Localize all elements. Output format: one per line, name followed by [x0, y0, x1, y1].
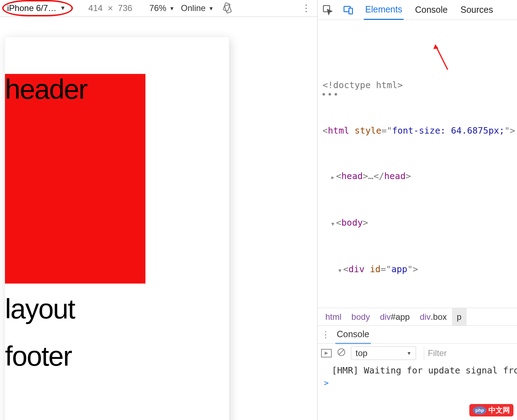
- collapse-icon[interactable]: [330, 217, 336, 230]
- console-prompt[interactable]: >: [318, 376, 517, 390]
- svg-rect-4: [349, 8, 352, 14]
- inspect-element-icon[interactable]: [323, 5, 333, 15]
- console-filter-input[interactable]: Filter: [424, 346, 517, 360]
- elements-tree[interactable]: <!doctype html> <html style="font-size: …: [318, 20, 517, 308]
- more-options-icon[interactable]: ⋮: [297, 3, 315, 14]
- devtools-tabs: Elements Console Sources: [318, 0, 517, 20]
- zoom-select[interactable]: 76%: [149, 3, 175, 13]
- elements-breadcrumbs: html body div#app div.box p: [318, 308, 517, 325]
- dimension-multiply-icon: ×: [108, 3, 113, 14]
- collapse-icon[interactable]: [337, 264, 343, 276]
- page-header-box: header: [5, 74, 145, 284]
- devtools-pane: Elements Console Sources <!doctype html>…: [318, 0, 517, 420]
- page-header-text: header: [5, 74, 145, 103]
- svg-rect-0: [223, 2, 230, 11]
- throttle-value: Online: [181, 3, 206, 13]
- chevron-down-icon: [406, 350, 411, 356]
- console-context-select[interactable]: top: [351, 346, 416, 360]
- breadcrumb-div-box[interactable]: div.box: [415, 308, 452, 325]
- tree-attr-id-value: app: [391, 264, 407, 275]
- console-context-value: top: [356, 348, 367, 358]
- drawer-tab-console[interactable]: Console: [335, 329, 371, 344]
- tree-div-app[interactable]: div: [348, 264, 364, 275]
- chevron-down-icon: [208, 5, 214, 11]
- tree-body-tag[interactable]: body: [341, 217, 363, 228]
- zoom-value: 76%: [149, 3, 166, 13]
- page-layout-text: layout: [5, 293, 229, 325]
- live-expression-icon[interactable]: [321, 349, 332, 357]
- svg-marker-7: [325, 351, 328, 355]
- watermark-badge: php 中文网: [469, 404, 513, 416]
- tree-attr-style: style: [355, 125, 381, 136]
- page-footer-text: footer: [5, 340, 229, 372]
- svg-line-9: [339, 349, 344, 355]
- drawer-tabs: ⋮ Console: [318, 325, 517, 343]
- selected-row-ellipsis-icon[interactable]: •••: [321, 89, 339, 101]
- tab-sources[interactable]: Sources: [459, 5, 495, 19]
- rotate-icon[interactable]: [222, 2, 233, 14]
- toggle-device-icon[interactable]: [343, 5, 354, 15]
- annotation-arrow-icon: [430, 41, 455, 73]
- chevron-down-icon: [169, 5, 175, 11]
- viewport-dimensions: 414 × 736: [89, 3, 132, 14]
- expand-icon[interactable]: [330, 171, 336, 183]
- clear-console-icon[interactable]: [337, 348, 346, 359]
- svg-rect-1: [224, 5, 231, 14]
- console-log-row: [HMR] Waiting for update signal from: [318, 362, 517, 376]
- breadcrumb-div-app[interactable]: div#app: [375, 308, 415, 325]
- device-frame: header layout footer: [5, 37, 229, 420]
- drawer-more-icon[interactable]: ⋮: [321, 329, 329, 340]
- tree-attr-style-value: font-size: 64.6875px;: [392, 125, 505, 136]
- tab-elements[interactable]: Elements: [364, 4, 404, 20]
- device-viewport-pane: iPhone 6/7… 414 × 736 76% Online ⋮: [0, 0, 318, 420]
- tree-html-tag[interactable]: html: [328, 125, 349, 136]
- chevron-down-icon: [60, 5, 66, 11]
- tree-head-tag[interactable]: head: [341, 171, 363, 182]
- device-select-label: iPhone 6/7…: [7, 3, 57, 13]
- breadcrumb-body[interactable]: body: [346, 308, 375, 325]
- console-toolbar: top Filter: [318, 343, 517, 362]
- ruler: [0, 17, 317, 17]
- tree-attr-id: id: [370, 264, 380, 275]
- viewport-height[interactable]: 736: [118, 3, 132, 13]
- viewport-area: header layout footer: [0, 17, 317, 420]
- breadcrumb-p[interactable]: p: [452, 308, 467, 325]
- tree-head-ellipsis: …: [368, 171, 373, 182]
- throttle-select[interactable]: Online: [181, 3, 214, 13]
- breadcrumb-html[interactable]: html: [320, 308, 346, 325]
- tree-head-close: head: [384, 171, 406, 182]
- device-select[interactable]: iPhone 6/7…: [2, 0, 73, 16]
- device-toolbar: iPhone 6/7… 414 × 736 76% Online ⋮: [0, 0, 317, 17]
- watermark-text: 中文网: [489, 405, 510, 415]
- tab-console[interactable]: Console: [414, 5, 449, 19]
- watermark-php: php: [473, 406, 486, 414]
- viewport-width[interactable]: 414: [89, 3, 103, 13]
